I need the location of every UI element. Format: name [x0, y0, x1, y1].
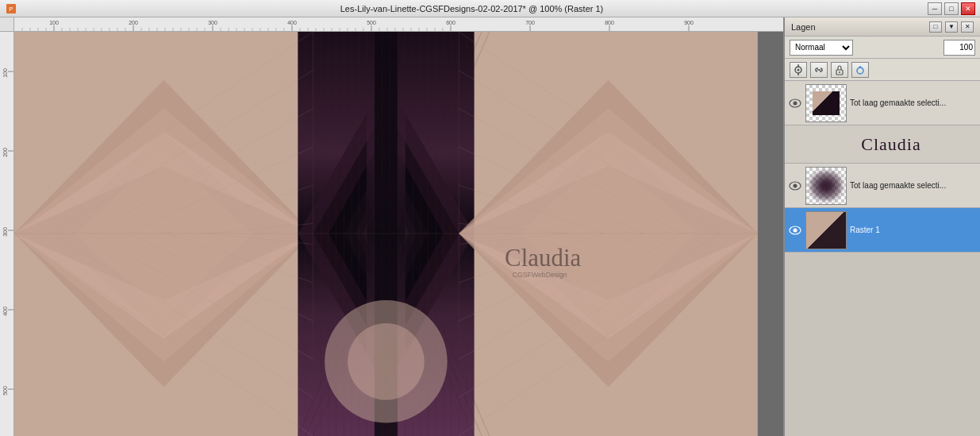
canvas-signature: Claudia [505, 244, 581, 272]
svg-point-169 [839, 71, 840, 73]
svg-point-178 [794, 228, 797, 232]
layer-tool-lock[interactable] [831, 62, 848, 78]
layers-controls: Normaal [785, 37, 980, 59]
canvas-signature-sub: CGSFWebDesign [513, 271, 567, 279]
minimize-button[interactable]: ─ [928, 2, 942, 15]
opacity-input[interactable] [943, 40, 975, 56]
layers-list: Tot laag gemaakte selecti... Claudia [785, 81, 980, 436]
layer-tool-settings[interactable] [790, 62, 807, 78]
svg-text:100: 100 [49, 20, 59, 25]
layers-panel-header: Lagen □ ▼ ✕ [785, 17, 980, 37]
layer-eye-0[interactable] [788, 96, 802, 110]
canvas-area: 100 200 300 400 500 600 700 800 [0, 17, 783, 436]
app-icon: P [5, 2, 17, 15]
svg-text:500: 500 [367, 20, 376, 25]
artwork-svg: Claudia CGSFWebDesign [14, 32, 783, 436]
canvas-image: Claudia CGSFWebDesign [14, 32, 783, 436]
layer-tool-link[interactable] [810, 62, 828, 78]
svg-text:300: 300 [2, 227, 8, 237]
layer-name-2: Tot laag gemaakte selecti... [850, 181, 977, 190]
layer-signature-display: Claudia [805, 134, 977, 155]
close-button[interactable]: ✕ [961, 2, 975, 15]
layers-panel: Lagen □ ▼ ✕ Normaal [783, 17, 980, 436]
layers-menu-button[interactable]: ▼ [945, 21, 958, 33]
layer-tool-transparency[interactable] [851, 62, 869, 78]
svg-point-159 [348, 323, 425, 400]
layer-eye-3[interactable] [788, 223, 802, 237]
svg-text:400: 400 [287, 20, 297, 25]
title-bar: P Les-Lily-van-Linette-CGSFDesigns-02-02… [0, 0, 980, 17]
layer-tools-bar [785, 59, 980, 81]
svg-text:400: 400 [2, 307, 8, 316]
svg-text:800: 800 [605, 20, 614, 25]
svg-text:500: 500 [2, 386, 8, 395]
svg-point-164 [797, 68, 800, 71]
layers-restore-button[interactable]: □ [929, 21, 942, 33]
svg-point-170 [857, 68, 863, 74]
blend-mode-select[interactable]: Normaal [790, 40, 853, 56]
svg-text:900: 900 [684, 20, 694, 25]
layer-name-0: Tot laag gemaakte selecti... [850, 98, 977, 107]
layer-item-1[interactable]: Claudia [785, 125, 980, 164]
svg-text:200: 200 [129, 20, 138, 25]
layer-thumb-2 [805, 167, 847, 205]
layer-eye-2[interactable] [788, 179, 802, 193]
layer-thumb-0 [805, 84, 847, 122]
svg-text:300: 300 [208, 20, 217, 25]
layers-close-button[interactable]: ✕ [961, 21, 974, 33]
layer-item-0[interactable]: Tot laag gemaakte selecti... [785, 81, 980, 125]
ruler-top: 100 200 300 400 500 600 700 800 [14, 17, 783, 32]
maximize-button[interactable]: □ [944, 2, 959, 15]
layer-name-3: Raster 1 [850, 226, 977, 234]
ruler-left: 100 200 300 400 500 [0, 32, 14, 436]
window-title: Les-Lily-van-Linette-CGSFDesigns-02-02-2… [340, 4, 604, 14]
svg-point-172 [794, 101, 797, 105]
svg-text:200: 200 [2, 148, 8, 157]
svg-text:700: 700 [525, 20, 535, 25]
svg-text:100: 100 [2, 68, 8, 78]
svg-text:P: P [9, 6, 13, 13]
ruler-corner [0, 17, 14, 32]
layers-panel-title: Lagen [791, 22, 816, 32]
layer-item-2[interactable]: Tot laag gemaakte selecti... [785, 164, 980, 208]
svg-point-176 [794, 183, 797, 187]
svg-text:600: 600 [446, 20, 455, 25]
layer-thumb-3 [805, 211, 847, 249]
layer-item-3[interactable]: Raster 1 [785, 208, 980, 253]
main-layout: 100 200 300 400 500 600 700 800 [0, 17, 980, 436]
